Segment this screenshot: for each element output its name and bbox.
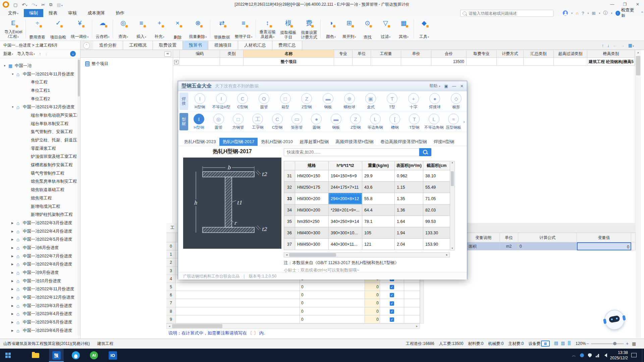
budget-grid-row[interactable]: + 整个项目 13500 建筑工程 砼混钢构(檐高5 — [173, 58, 635, 66]
sections-table-hscrollbar[interactable]: ◄ ► — [284, 252, 450, 257]
zoom-out-icon[interactable]: − — [586, 339, 589, 349]
tree-caret-icon[interactable]: ▶ — [11, 321, 16, 324]
cell-dims[interactable]: 244×175×7×11 — [329, 182, 362, 193]
info-icon[interactable]: ⓘ — [603, 10, 608, 16]
tree-item[interactable]: ▶ 中国一冶2022年8月份进度 — [0, 260, 78, 269]
cell-surface[interactable]: 1.15 — [395, 182, 423, 193]
cell-extra[interactable] — [404, 307, 420, 315]
cell-variable-value[interactable]: 0 — [577, 242, 631, 250]
cell-spec[interactable]: HM400×300 — [295, 227, 329, 239]
cell-code[interactable] — [180, 58, 220, 66]
tree-item[interactable]: 煤槽底板制作安装工程 — [0, 161, 78, 169]
menu-tab[interactable]: 协作 — [110, 9, 130, 17]
zoom-slider-track[interactable] — [591, 343, 624, 344]
ribbon-button[interactable]: ¥ 统一调价▾ — [68, 17, 91, 41]
ribbon-button[interactable]: ↕ 垂直运输 及超高▾ — [257, 17, 278, 41]
col-header-eave[interactable]: 檐高类别 — [587, 50, 635, 58]
tree-item[interactable]: 焦炉立柱、托架、斜道压... — [0, 136, 78, 144]
tree-item[interactable]: ▶ 中国一冶2022年12月份进度 — [0, 293, 78, 302]
quantity-grid-row[interactable]: 5 0 0 ✓ — [166, 283, 420, 291]
section-type-item[interactable]: ▬ 钢板 — [327, 114, 345, 130]
cell-accumulate[interactable]: 0 — [365, 307, 380, 315]
section-type-item[interactable]: C C型钢 — [233, 93, 252, 110]
standard-tab[interactable]: 高频焊接薄壁H型钢 — [332, 138, 377, 146]
dialog-dock-icon[interactable]: ▣ — [444, 84, 448, 88]
quick-search-box[interactable] — [284, 148, 419, 156]
tree-caret-icon[interactable]: ▶ — [11, 296, 16, 299]
cell-spec[interactable]: HM300×200 — [295, 193, 329, 204]
ribbon-button[interactable]: ÷ 费用查看 — [27, 17, 48, 41]
cell-spec[interactable]: HM250×175 — [295, 182, 329, 193]
tree-caret-icon[interactable]: ▶ — [11, 222, 16, 225]
main-vertical-scrollbar[interactable]: ▲ — [635, 50, 641, 338]
cell-dims[interactable]: 440×300×11... — [329, 239, 362, 250]
cell-fee-profession[interactable] — [467, 58, 497, 66]
cell-include[interactable]: ✓ — [380, 299, 404, 307]
col-header-weight[interactable]: 重量(kg/m) — [362, 161, 395, 170]
cell-area[interactable]: 55.49 — [423, 182, 450, 193]
user-avatar-icon[interactable] — [563, 10, 568, 16]
ribbon-button[interactable]: ◑ 颜色▾ — [322, 17, 340, 41]
cell-weight[interactable]: 43.6 — [362, 182, 395, 193]
cell-expression[interactable] — [176, 283, 300, 291]
expand-row-icon[interactable]: + — [173, 58, 180, 66]
tree-caret-icon[interactable]: ▼ — [11, 73, 16, 76]
tree-item[interactable]: 熄焦泵房单轨吊制安工程 — [0, 178, 78, 186]
detail-tab[interactable]: 工 — [166, 223, 179, 233]
col-header-unitprice[interactable]: 单价 — [401, 50, 431, 58]
col-header-quantity[interactable]: 工程量 — [371, 50, 401, 58]
move-up-icon[interactable]: ↑ — [39, 51, 41, 56]
workspace-tab[interactable]: 预算书 — [183, 41, 208, 50]
cell-accumulate[interactable]: 0 — [365, 299, 380, 307]
tree-item[interactable]: 端台单轨电动葫芦安装工程 — [0, 111, 78, 120]
zoom-slider-handle[interactable] — [613, 342, 616, 345]
breadcrumb[interactable]: 中国一...份进度 > 土建工程6月 — [0, 41, 80, 50]
scroll-left-icon[interactable]: ◄ — [284, 253, 289, 256]
zoom-in-icon[interactable]: + — [626, 339, 629, 349]
section-type-item[interactable]: L 不等边角钢 — [425, 114, 443, 130]
quantity-grid-row[interactable]: 8 0 0 ✓ — [166, 307, 420, 315]
cell-overheight[interactable] — [554, 58, 587, 66]
cell-profession[interactable] — [334, 58, 353, 66]
network-icon[interactable] — [596, 354, 600, 357]
tray-cloud-icon[interactable] — [580, 353, 584, 357]
tree-item[interactable]: ▶ 中国一冶6月份进度 — [0, 244, 78, 252]
cell-result[interactable]: 0 — [300, 307, 365, 315]
tree-item[interactable]: 单位工程1 — [0, 86, 78, 95]
cell-billing[interactable] — [497, 58, 524, 66]
cell-surface[interactable]: 1.36 — [395, 204, 423, 216]
cell-dims[interactable]: 194×150×6×9 — [329, 170, 362, 182]
cell-dims[interactable]: 390×300×10... — [329, 227, 362, 239]
section-type-item[interactable]: C C型钢 — [268, 114, 287, 130]
cell-variable-unit[interactable]: m2 — [500, 242, 518, 250]
cell-include[interactable]: ✓ — [380, 283, 404, 291]
category-tab-profile[interactable]: 型材 — [179, 113, 188, 130]
nav-up-icon[interactable]: ↑ — [602, 43, 604, 48]
ribbon-button[interactable]: ≡ 整理子目▾ — [232, 17, 255, 41]
cell-result[interactable]: 0 — [300, 315, 365, 323]
ribbon-button[interactable] — [92, 19, 92, 38]
section-row[interactable]: 33 HM300×200 294×200×8×12 55.8 1.35 71.0… — [284, 193, 450, 204]
col-header-summary[interactable]: 汇总类别 — [524, 50, 554, 58]
ribbon-button[interactable]: ▽ 过滤▾ — [376, 17, 394, 41]
tree-item[interactable]: 新增电缆沟工程 — [0, 202, 78, 211]
section-type-item[interactable]: I 不等边H型 — [212, 93, 231, 110]
variable-grid-row[interactable]: 面积 m2 0 0 — [467, 242, 636, 250]
tree-caret-icon[interactable]: ▶ — [11, 246, 16, 249]
tree-caret-icon[interactable]: ▶ — [11, 271, 16, 274]
tree-item[interactable]: ▶ 中国一冶10月份进度 — [0, 277, 78, 285]
tree-caret-icon[interactable]: ▼ — [11, 106, 16, 109]
tree-item[interactable]: 吸气弯管制作工程 — [0, 169, 78, 178]
dialog-title-bar[interactable]: 型钢五金大全 天下没有查不到的数据 帮助 ▾ ▣ — ✕ — [178, 81, 467, 91]
dialog-close-icon[interactable]: ✕ — [460, 84, 464, 88]
standard-tab[interactable]: 热轧H型钢-2017 — [219, 138, 258, 146]
ribbon-button[interactable]: ◆ 工具▾ — [415, 17, 433, 41]
section-type-item[interactable]: 工 工字钢 — [248, 114, 267, 130]
tree-item[interactable]: ▶ 中国一冶2022年5月份进度 — [0, 235, 78, 244]
start-button[interactable] — [0, 349, 16, 362]
cell-spec[interactable]: HM300×200 — [295, 204, 329, 216]
app-qq-icon[interactable] — [68, 349, 83, 362]
cell-variable-desc[interactable]: 面积 — [467, 242, 500, 250]
section-type-item[interactable]: T T型 — [383, 93, 401, 110]
tree-caret-icon[interactable]: ▶ — [11, 329, 16, 332]
